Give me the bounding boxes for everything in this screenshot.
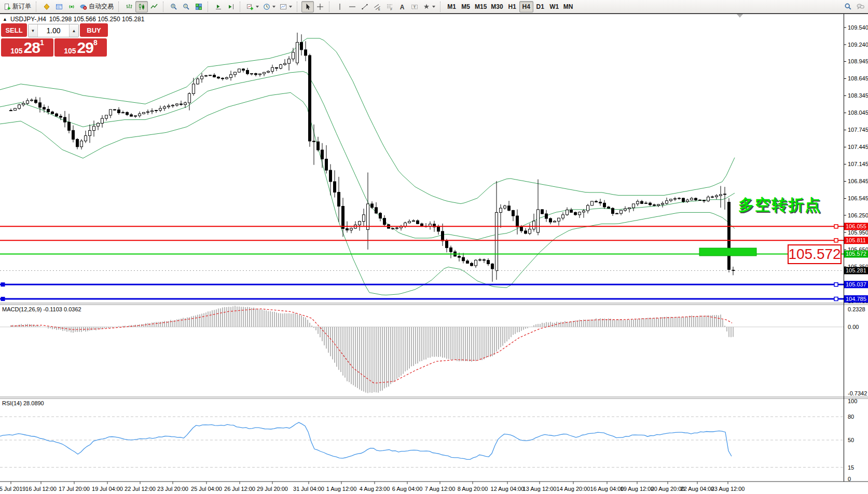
dropdown-caret-icon[interactable] [289,6,292,8]
community-button[interactable] [854,1,866,12]
metaeditor-button[interactable] [53,1,65,12]
time-tick-label: 25 Jul 04:00 [191,486,222,492]
buy-button[interactable]: BUY [80,23,108,37]
tf-m5-button[interactable]: M5 [459,1,473,12]
candle-body [329,170,332,182]
candle-body [520,227,523,231]
candle-body [280,65,282,68]
candle-body [109,109,112,115]
fibonacci-icon: F [386,3,393,10]
buy-price-button[interactable]: 105298 [54,38,107,57]
styler-button[interactable] [40,1,53,12]
tf-w1-button[interactable]: W1 [547,1,561,12]
line-handle[interactable] [834,239,838,242]
candle-body [51,112,54,114]
candle-body [18,105,21,108]
candle-body [624,209,627,210]
text-button[interactable]: A [396,1,408,12]
autotrading-button[interactable]: 自动交易 [78,1,116,12]
indicators-button[interactable] [244,1,261,12]
zoom-in-button[interactable] [168,1,180,12]
bar-chart-button[interactable] [123,1,135,12]
candle-body [288,59,291,64]
candle-body [541,210,544,214]
time-axis[interactable]: 15 Jul 201916 Jul 12:0017 Jul 20:0019 Ju… [0,482,745,492]
tf-h1-button[interactable]: H1 [505,1,519,12]
line-handle[interactable] [1,283,5,286]
tf-mn-button[interactable]: MN [561,1,575,12]
price-axis[interactable]: 109.540109.240108.945108.645108.345108.0… [844,24,868,482]
time-tick-label: 22 Aug 04:00 [681,486,714,492]
tf-w1-label: W1 [549,3,559,10]
candle-body [483,259,486,260]
price-tag-label: 105.037 [846,281,866,287]
tf-m1-button[interactable]: M1 [445,1,459,12]
line-handle[interactable] [834,283,838,286]
candle-body [608,207,610,208]
candle-body [246,70,249,74]
candle-body [56,114,58,116]
time-tick-label: 20 Aug 20:00 [651,486,685,492]
rsi-line [0,422,732,459]
crosshair-button[interactable] [314,1,326,12]
tile-windows-button[interactable] [192,1,205,12]
candle-body [711,197,714,197]
vertical-line-button[interactable] [334,1,346,12]
dropdown-caret-icon[interactable] [432,6,435,8]
volume-decrease-icon[interactable]: ▼ [29,24,38,37]
time-tick-label: 26 Jul 12:00 [224,486,255,492]
collapse-panel-icon[interactable]: ▲ [3,17,7,22]
new-order-button[interactable]: 新订单 [2,1,33,12]
trendline-button[interactable] [359,1,371,12]
volume-stepper: ▼ 1.00 ▲ [28,24,79,37]
candle-body [500,208,502,212]
candle-body [537,210,540,232]
sell-price-button[interactable]: 105281 [1,38,53,57]
text-label-button[interactable]: T [408,1,421,12]
equidistant-channel-button[interactable]: E [371,1,383,12]
arrows-button[interactable] [421,1,437,12]
dropdown-caret-icon[interactable] [272,6,275,8]
candle-body [93,126,95,130]
chart-canvas[interactable]: 109.540109.240108.945108.645108.345108.0… [0,14,868,494]
volume-input[interactable]: 1.00 [38,24,69,37]
candle-body [292,52,295,59]
tf-h4-button[interactable]: H4 [519,1,533,12]
candlestick-chart-button[interactable] [135,1,148,12]
signals-button[interactable] [65,1,78,12]
cursor-button[interactable] [301,1,314,12]
candle-body [263,72,266,74]
auto-scroll-button[interactable] [212,1,225,12]
tf-d1-button[interactable]: D1 [533,1,547,12]
line-handle[interactable] [834,297,838,301]
candle-body [549,218,552,222]
cursor-icon [304,3,311,10]
line-handle[interactable] [1,297,5,301]
rsi-name: RSI(14) [2,400,22,406]
horizontal-line-button[interactable] [346,1,359,12]
line-chart-button[interactable] [148,1,160,12]
fibonacci-button[interactable]: F [383,1,396,12]
candle-body [628,208,631,209]
periods-button[interactable] [261,1,278,12]
candle-body [284,63,286,64]
chart-shift-button[interactable] [225,1,237,12]
tf-m15-button[interactable]: M15 [473,1,489,12]
zoom-out-button[interactable] [180,1,192,12]
volume-increase-icon[interactable]: ▲ [69,24,78,37]
search-button[interactable] [842,1,854,12]
chart-shift-marker-icon[interactable] [737,14,743,18]
candle-body [101,118,104,123]
templates-button[interactable] [278,1,294,12]
one-click-trading-panel: SELL ▼ 1.00 ▲ BUY 105281 105298 [1,23,108,58]
candle-body [64,117,66,122]
price-tick-label: 105.950 [848,229,868,236]
line-handle[interactable] [834,225,838,228]
candle-body [554,221,556,222]
rsi-axis-label: 50 [848,437,854,443]
price-tag-label: 104.785 [846,296,866,302]
tf-m30-button[interactable]: M30 [489,1,505,12]
sell-button[interactable]: SELL [1,23,27,37]
sell-price-big: 28 [24,40,40,56]
dropdown-caret-icon[interactable] [256,6,259,8]
